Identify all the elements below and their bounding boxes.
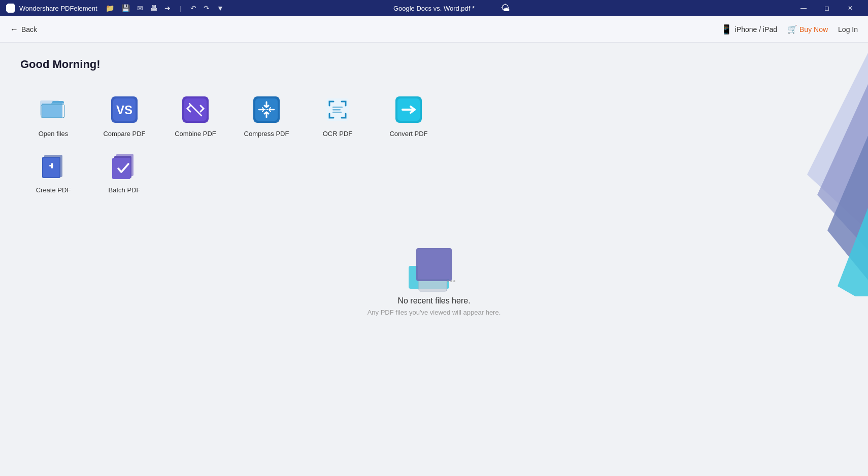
batch-pdf-icon (109, 151, 140, 181)
svg-point-31 (447, 280, 449, 282)
open-files-icon-wrap (37, 93, 70, 126)
mail-icon[interactable]: ✉ (137, 4, 143, 12)
convert-pdf-icon (393, 94, 424, 125)
topbar-right: 📱 iPhone / iPad 🛒 Buy Now Log In (721, 24, 858, 35)
maximize-button[interactable]: ◻ (815, 0, 839, 16)
save-icon[interactable]: 💾 (121, 4, 130, 12)
compare-pdf-icon: VS (109, 94, 140, 125)
combine-pdf-icon-wrap (179, 93, 212, 126)
recent-files-section: No recent files here. Any PDF files you'… (20, 230, 848, 316)
ocr-pdf-icon (322, 94, 353, 125)
topbar: ← Back 📱 iPhone / iPad 🛒 Buy Now Log In (0, 16, 868, 43)
tool-compress-pdf[interactable]: Compress PDF (233, 87, 299, 144)
svg-rect-15 (332, 112, 342, 113)
buy-now-button[interactable]: 🛒 Buy Now (787, 24, 828, 34)
app-name: Wondershare PDFelement (19, 5, 97, 12)
create-pdf-icon (38, 151, 69, 181)
buy-now-label: Buy Now (799, 25, 828, 33)
convert-pdf-label: Convert PDF (389, 130, 427, 138)
tool-open-files[interactable]: Open files (20, 87, 86, 144)
convert-pdf-icon-wrap (392, 93, 425, 126)
minimize-button[interactable]: ― (792, 0, 815, 16)
svg-point-32 (450, 280, 452, 282)
undo-icon[interactable]: ↶ (190, 4, 196, 12)
svg-rect-14 (332, 109, 341, 111)
tool-row-2: Create PDF Batch PDF (20, 144, 848, 200)
svg-point-33 (453, 280, 455, 282)
svg-text:VS: VS (116, 103, 132, 117)
back-button[interactable]: ← Back (10, 25, 37, 34)
tool-combine-pdf[interactable]: Combine PDF (162, 87, 228, 144)
titlebar: Wondershare PDFelement 📁 💾 ✉ 🖶 ➔ | ↶ ↷ ▼… (0, 0, 868, 16)
sun-icon: 🌤 (501, 3, 510, 14)
open-files-icon (38, 94, 69, 125)
svg-rect-25 (112, 158, 130, 179)
batch-pdf-icon-wrap (108, 150, 141, 182)
open-files-label: Open files (39, 130, 69, 138)
back-label: Back (21, 25, 37, 33)
iphone-ipad-button[interactable]: 📱 iPhone / iPad (721, 24, 777, 35)
window-controls: ― ◻ ✕ (792, 0, 862, 16)
close-button[interactable]: ✕ (839, 0, 862, 16)
create-pdf-icon-wrap (37, 150, 70, 182)
main-content: Good Morning! Open files VS (0, 43, 868, 476)
no-recent-sub: Any PDF files you've viewed will appear … (368, 309, 501, 316)
compare-pdf-label: Compare PDF (103, 130, 145, 138)
empty-illustration (393, 230, 475, 296)
tool-compare-pdf[interactable]: VS Compare PDF (91, 87, 157, 144)
no-recent-title: No recent files here. (397, 296, 470, 305)
svg-rect-13 (332, 107, 343, 108)
create-pdf-label: Create PDF (36, 186, 71, 194)
compress-pdf-icon (251, 94, 282, 125)
ocr-pdf-label: OCR PDF (323, 130, 353, 138)
tool-convert-pdf[interactable]: Convert PDF (376, 87, 442, 144)
greeting-text: Good Morning! (20, 58, 848, 71)
dropdown-icon[interactable]: ▼ (217, 4, 224, 12)
device-icon: 📱 (721, 24, 732, 35)
login-label: Log In (838, 25, 858, 33)
titlebar-icons: 📁 💾 ✉ 🖶 ➔ | ↶ ↷ ▼ (106, 4, 224, 12)
share-icon[interactable]: ➔ (164, 4, 171, 12)
folder-icon[interactable]: 📁 (106, 4, 114, 12)
app-logo (6, 4, 15, 13)
compress-pdf-label: Compress PDF (244, 130, 289, 138)
back-arrow-icon: ← (10, 25, 18, 34)
cart-icon: 🛒 (787, 24, 797, 34)
ocr-pdf-icon-wrap (321, 93, 354, 126)
compare-pdf-icon-wrap: VS (108, 93, 141, 126)
file-title: Google Docs vs. Word.pdf * (393, 5, 475, 12)
svg-rect-30 (418, 250, 450, 279)
svg-rect-22 (51, 163, 53, 168)
login-button[interactable]: Log In (838, 25, 858, 33)
compress-pdf-icon-wrap (250, 93, 283, 126)
combine-pdf-label: Combine PDF (175, 130, 216, 138)
tool-batch-pdf[interactable]: Batch PDF (91, 144, 157, 200)
tool-create-pdf[interactable]: Create PDF (20, 144, 86, 200)
redo-icon[interactable]: ↷ (204, 4, 210, 12)
print-icon[interactable]: 🖶 (150, 4, 157, 12)
tool-row-1: Open files VS Compare PDF (20, 87, 848, 144)
tool-ocr-pdf[interactable]: OCR PDF (305, 87, 371, 144)
combine-pdf-icon (180, 94, 211, 125)
batch-pdf-label: Batch PDF (109, 186, 141, 194)
iphone-ipad-label: iPhone / iPad (735, 25, 777, 33)
